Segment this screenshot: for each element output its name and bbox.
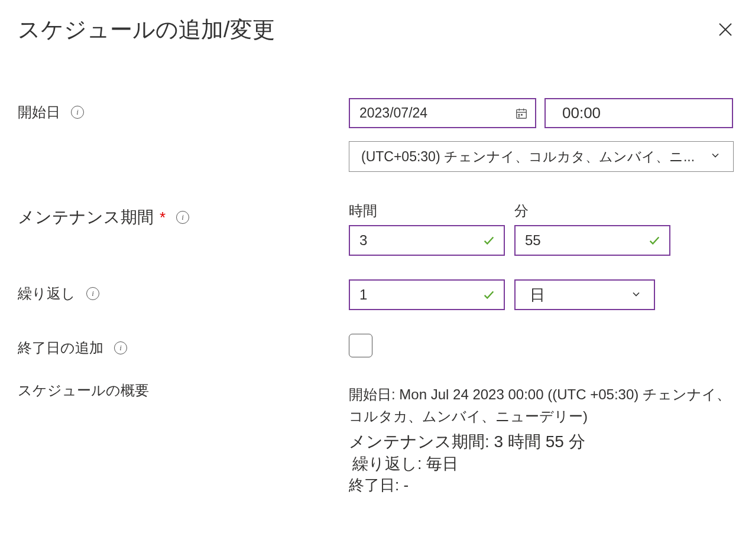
summary-maint-window: メンテナンス期間: 3 時間 55 分 — [349, 431, 734, 453]
minutes-value: 55 — [525, 232, 541, 249]
hours-label: 時間 — [349, 201, 505, 220]
check-icon — [482, 288, 495, 301]
close-button[interactable] — [717, 21, 734, 38]
svg-rect-6 — [518, 113, 520, 115]
chevron-down-icon — [630, 288, 642, 300]
dialog-title: スケジュールの追加/変更 — [18, 15, 275, 45]
minutes-label: 分 — [514, 201, 670, 220]
start-time-input[interactable]: 00:00 — [544, 98, 733, 128]
repeat-unit-value: 日 — [530, 285, 545, 305]
required-indicator: * — [160, 209, 166, 227]
calendar-icon — [515, 107, 528, 120]
hours-value: 3 — [359, 232, 367, 249]
maint-window-label: メンテナンス期間 — [18, 206, 154, 229]
info-icon[interactable]: i — [86, 287, 99, 300]
timezone-value: (UTC+05:30) チェンナイ、コルカタ、ムンバイ、ニ... — [361, 148, 695, 166]
summary-label: スケジュールの概要 — [18, 381, 149, 400]
svg-rect-8 — [518, 116, 520, 117]
check-icon — [648, 234, 661, 247]
info-icon[interactable]: i — [176, 211, 189, 224]
timezone-select[interactable]: (UTC+05:30) チェンナイ、コルカタ、ムンバイ、ニ... — [349, 141, 734, 172]
chevron-down-icon — [709, 149, 721, 161]
repeat-label: 繰り返し — [18, 284, 76, 303]
start-date-label: 開始日 — [18, 103, 60, 122]
svg-rect-7 — [521, 113, 523, 115]
svg-rect-2 — [517, 109, 527, 118]
start-date-value: 2023/07/24 — [359, 105, 427, 121]
info-icon[interactable]: i — [114, 341, 127, 354]
close-icon — [717, 21, 734, 38]
summary-end-date: 終了日: - — [349, 475, 734, 496]
repeat-count-value: 1 — [359, 286, 367, 303]
add-end-date-label: 終了日の追加 — [18, 338, 103, 357]
minutes-input[interactable]: 55 — [514, 225, 670, 256]
summary-start-date: 開始日: Mon Jul 24 2023 00:00 ((UTC +05:30)… — [349, 383, 734, 427]
repeat-unit-select[interactable]: 日 — [514, 279, 655, 310]
repeat-count-input[interactable]: 1 — [349, 279, 505, 310]
start-date-input[interactable]: 2023/07/24 — [349, 98, 536, 128]
summary-repeat: 繰り返し: 毎日 — [349, 453, 734, 474]
start-time-value: 00:00 — [562, 104, 601, 122]
add-end-date-checkbox[interactable] — [349, 334, 372, 357]
check-icon — [482, 234, 495, 247]
hours-input[interactable]: 3 — [349, 225, 505, 256]
info-icon[interactable]: i — [71, 106, 84, 119]
